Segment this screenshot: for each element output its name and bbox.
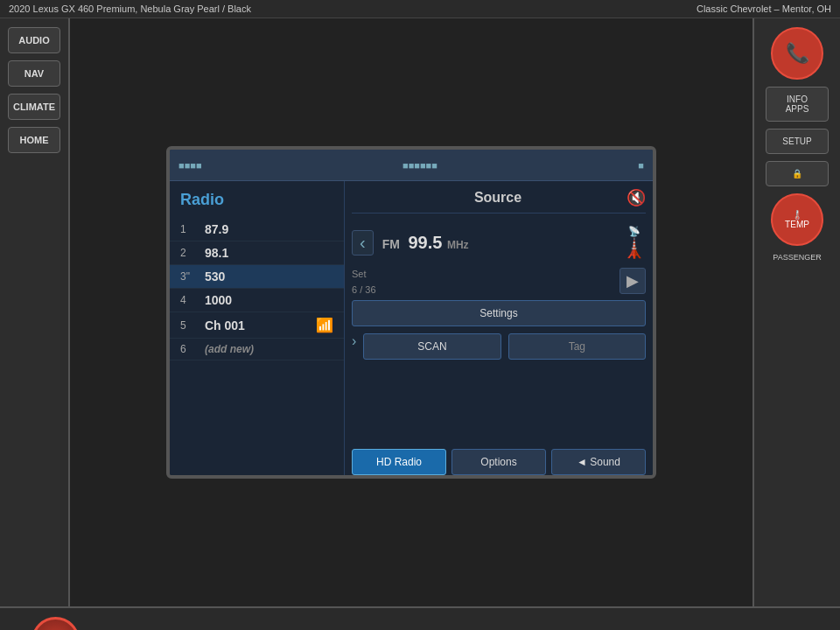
scan-tag-row: › SCAN Tag <box>352 333 646 360</box>
home-button[interactable]: HOME <box>8 127 60 153</box>
screen-body: Radio 1 87.9 2 98.1 3" 530 4 <box>170 181 653 479</box>
preset-num-3: 3" <box>180 270 198 283</box>
prev-station-button[interactable]: ‹ <box>352 230 374 256</box>
preset-freq-3: 530 <box>205 270 225 284</box>
nav-button[interactable]: NAV <box>8 60 60 87</box>
preset-freq-6: (add new) <box>205 343 254 355</box>
temp-dial[interactable]: TEMP <box>32 617 80 630</box>
preset-row-1[interactable]: 1 87.9 <box>170 218 344 242</box>
setup-button[interactable]: SETUP <box>766 129 829 154</box>
lock-icon: 🔒 <box>792 169 802 178</box>
center-screen: ■■■■ ■■■■■■ ■ Radio 1 87.9 2 98.1 <box>70 18 752 606</box>
radio-presets-panel: Radio 1 87.9 2 98.1 3" 530 4 <box>170 181 345 479</box>
settings-button[interactable]: Settings <box>352 300 646 326</box>
top-bar-dealer: Classic Chevrolet – Mentor, OH <box>696 4 831 14</box>
freq-band: FM <box>382 237 400 251</box>
screen-top-center: ■■■■■■ <box>402 160 438 171</box>
preset-row-6[interactable]: 6 (add new) <box>170 339 344 360</box>
radio-controls-panel: Source 🔇 ‹ FM 99.5 MHz 📡 <box>345 181 653 479</box>
next-arrow[interactable]: › <box>352 333 356 360</box>
set-info-row: Set 6 / 36 ▶ <box>352 265 646 297</box>
sound-button[interactable]: ◄ Sound <box>551 449 646 475</box>
temp-label-right: TEMP <box>785 220 809 229</box>
info-apps-button[interactable]: INFOAPPS <box>766 87 829 122</box>
tag-button[interactable]: Tag <box>508 333 646 360</box>
preset-row-4[interactable]: 4 1000 <box>170 289 344 312</box>
info-apps-label: INFOAPPS <box>786 94 809 114</box>
preset-row-2[interactable]: 2 98.1 <box>170 242 344 265</box>
tuner-section: ‹ FM 99.5 MHz 📡 🗼 <box>352 226 646 260</box>
preset-num-1: 1 <box>180 223 198 235</box>
screen-top-right: ■ <box>638 160 644 171</box>
set-label: Set <box>352 269 367 279</box>
passenger-label: PASSENGER <box>773 253 821 262</box>
freq-value: 99.5 <box>408 233 442 252</box>
preset-num-5: 5 <box>180 319 198 332</box>
lock-button[interactable]: 🔒 <box>766 161 829 186</box>
screen-top-left: ■■■■ <box>178 160 202 171</box>
phone-button[interactable]: 📞 <box>771 27 823 80</box>
top-bar: 2020 Lexus GX 460 Premium, Nebula Gray P… <box>0 0 840 18</box>
setup-label: SETUP <box>782 136 811 146</box>
temp-button-right[interactable]: 🌡️ TEMP <box>771 193 823 246</box>
main-content: AUDIO NAV CLIMATE HOME ■■■■ ■■■■■■ ■ Rad… <box>0 18 840 606</box>
screen-top-bar: ■■■■ ■■■■■■ ■ <box>170 150 653 181</box>
preset-row-5[interactable]: 5 Ch 001 📶 <box>170 312 344 339</box>
climate-button[interactable]: CLIMATE <box>8 94 60 120</box>
top-bar-title: 2020 Lexus GX 460 Premium, Nebula Gray P… <box>9 4 251 14</box>
preset-freq-1: 87.9 <box>205 222 228 236</box>
mute-icon[interactable]: 🔇 <box>626 188 646 207</box>
set-num: 6 / 36 <box>352 284 376 295</box>
action-buttons-row: HD Radio Options ◄ Sound <box>352 449 646 475</box>
source-bar: Source 🔇 <box>352 188 646 214</box>
freq-unit: MHz <box>447 239 469 251</box>
temp-icon: 🌡️ <box>792 210 802 220</box>
phone-icon: 📞 <box>786 42 809 65</box>
signal-tower-icon: 📡 🗼 <box>622 226 646 260</box>
infotainment-screen: ■■■■ ■■■■■■ ■ Radio 1 87.9 2 98.1 <box>166 146 656 479</box>
radio-title: Radio <box>170 186 344 218</box>
bottom-controls: TEMP DealerRevs .com ❄️ OFF 🚗 FRONT 🔲 RE… <box>0 606 840 630</box>
settings-row: Settings <box>352 300 646 326</box>
preset-freq-4: 1000 <box>205 293 232 307</box>
preset-num-2: 2 <box>180 247 198 259</box>
preset-freq-2: 98.1 <box>205 246 228 260</box>
tuner-display: FM 99.5 MHz <box>382 233 469 253</box>
left-panel: AUDIO NAV CLIMATE HOME <box>0 18 70 606</box>
volume-button[interactable]: ▶ <box>620 268 646 294</box>
hd-radio-button[interactable]: HD Radio <box>352 449 446 475</box>
set-info: Set 6 / 36 <box>352 265 376 297</box>
right-panel: 📞 INFOAPPS SETUP 🔒 🌡️ TEMP PASSENGER <box>752 18 840 606</box>
source-label: Source <box>369 190 626 206</box>
preset-freq-5: Ch 001 <box>205 318 245 332</box>
preset-row-3[interactable]: 3" 530 <box>170 265 344 289</box>
options-button[interactable]: Options <box>452 449 546 475</box>
scan-button[interactable]: SCAN <box>363 333 500 360</box>
audio-button[interactable]: AUDIO <box>8 27 60 53</box>
bottom-left: TEMP DealerRevs .com <box>13 617 97 630</box>
preset-num-4: 4 <box>180 294 198 306</box>
preset-num-6: 6 <box>180 343 198 355</box>
satellite-icon: 📶 <box>316 317 333 333</box>
